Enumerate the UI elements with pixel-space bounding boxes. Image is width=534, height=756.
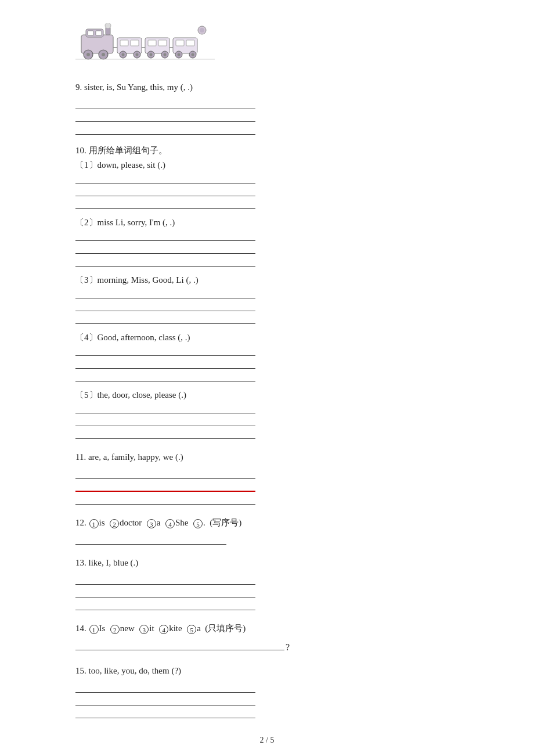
- q10-sub2-line-3: [75, 256, 255, 267]
- question-11: 11. are, a, family, happy, we (.): [75, 449, 459, 505]
- question-9: 9. sister, is, Su Yang, this, my (, .): [75, 80, 459, 135]
- q10-sub5-label: 〔5〕the, door, close, please (.): [75, 390, 459, 401]
- question-10: 10. 用所给单词组句子。 〔1〕down, please, sit (.) 〔…: [75, 145, 459, 439]
- q12-answer-line: [75, 534, 226, 545]
- q12-circle-5: 5: [193, 519, 203, 528]
- q12-circle-4: 4: [165, 519, 175, 528]
- q14-word-1: Is: [99, 624, 106, 633]
- q11-line-3: [75, 494, 255, 505]
- q10-title: 10. 用所给单词组句子。: [75, 145, 459, 156]
- train-illustration: [75, 23, 459, 69]
- q10-sub2-line-2: [75, 243, 255, 254]
- svg-point-32: [200, 28, 204, 33]
- q14-answer-row: ?: [75, 640, 459, 653]
- q10-sub4-line-3: [75, 371, 255, 381]
- q12-circle-3: 3: [147, 519, 156, 528]
- q11-line-2: [75, 481, 255, 492]
- q12-word-1: is: [99, 518, 105, 527]
- q10-sub1-label: 〔1〕down, please, sit (.): [75, 160, 459, 171]
- q10-sub-4: 〔4〕Good, afternoon, class (, .): [75, 332, 459, 381]
- svg-point-3: [105, 23, 111, 28]
- question-12: 12. 1is 2doctor 3a 4She 5. (写序号): [75, 515, 459, 545]
- q9-line-1: [75, 99, 255, 109]
- q14-prefix: 14.: [75, 624, 89, 633]
- q12-instruction: (写序号): [210, 518, 241, 527]
- q13-line-2: [75, 587, 255, 597]
- q10-sub1-line-2: [75, 186, 255, 196]
- q14-suffix: ?: [286, 642, 290, 653]
- q14-word-4: kite: [169, 624, 182, 633]
- q10-sub3-line-3: [75, 314, 255, 324]
- svg-rect-19: [158, 40, 167, 46]
- q15-answer-lines: [75, 682, 459, 718]
- q13-answer-lines: [75, 574, 459, 610]
- q14-circle-5: 5: [187, 625, 196, 634]
- q13-label: 13. like, I, blue (.): [75, 555, 459, 571]
- q10-sub2-label: 〔2〕miss Li, sorry, I'm (, .): [75, 217, 459, 228]
- q15-label: 15. too, like, you, do, them (?): [75, 663, 459, 679]
- q15-line-3: [75, 708, 255, 718]
- q10-sub4-line-1: [75, 345, 255, 356]
- q14-circle-2: 2: [110, 625, 120, 634]
- q10-sub-3: 〔3〕morning, Miss, Good, Li (, .): [75, 275, 459, 324]
- q9-label: 9. sister, is, Su Yang, this, my (, .): [75, 80, 459, 95]
- q14-word-3: it: [149, 624, 154, 633]
- q10-sub3-label: 〔3〕morning, Miss, Good, Li (, .): [75, 275, 459, 286]
- q13-line-1: [75, 574, 255, 585]
- q14-word-5: a: [197, 624, 201, 633]
- q14-label: 14. 1Is 2new 3it 4kite 5a (只填序号): [75, 621, 459, 636]
- q10-sub-5: 〔5〕the, door, close, please (.): [75, 390, 459, 439]
- q14-circle-4: 4: [159, 625, 168, 634]
- q10-sub5-line-2: [75, 416, 255, 426]
- q14-word-2: new: [120, 624, 135, 633]
- q10-sub-2: 〔2〕miss Li, sorry, I'm (, .): [75, 217, 459, 267]
- q12-circle-2: 2: [110, 519, 119, 528]
- svg-point-14: [122, 53, 125, 56]
- question-13: 13. like, I, blue (.): [75, 555, 459, 610]
- svg-rect-26: [186, 40, 194, 46]
- q10-sub1-line-1: [75, 173, 255, 183]
- q11-label: 11. are, a, family, happy, we (.): [75, 449, 459, 465]
- svg-rect-11: [120, 40, 128, 46]
- q10-sub3-line-1: [75, 288, 255, 298]
- svg-rect-12: [131, 40, 139, 46]
- q15-line-2: [75, 695, 255, 705]
- q12-word-4: She: [175, 518, 189, 527]
- q9-answer-lines: [75, 99, 459, 135]
- q9-line-2: [75, 111, 255, 122]
- svg-point-7: [86, 53, 90, 56]
- svg-point-21: [150, 53, 153, 56]
- page-number: 2 / 5: [75, 736, 459, 745]
- q10-sub5-line-1: [75, 403, 255, 413]
- svg-point-16: [136, 53, 139, 56]
- q10-sub2-line-1: [75, 231, 255, 241]
- q12-word-3: a: [157, 518, 161, 527]
- q12-prefix: 12.: [75, 518, 89, 527]
- q10-sub3-line-2: [75, 301, 255, 311]
- q14-answer-line: [75, 640, 284, 650]
- q14-circle-1: 1: [89, 625, 99, 634]
- svg-rect-18: [148, 40, 156, 46]
- q9-line-3: [75, 124, 255, 135]
- svg-point-28: [178, 53, 181, 56]
- question-15: 15. too, like, you, do, them (?): [75, 663, 459, 718]
- svg-rect-4: [88, 31, 93, 35]
- q12-circle-1: 1: [89, 519, 99, 528]
- q12-word-5: .: [203, 518, 205, 527]
- q12-word-2: doctor: [120, 518, 142, 527]
- svg-point-23: [164, 53, 167, 56]
- q11-answer-lines: [75, 469, 459, 505]
- q11-line-1: [75, 469, 255, 479]
- svg-point-9: [102, 53, 105, 56]
- q10-sub5-line-3: [75, 429, 255, 439]
- q13-line-3: [75, 600, 255, 610]
- q10-sub1-line-3: [75, 199, 255, 209]
- q10-sub-1: 〔1〕down, please, sit (.): [75, 160, 459, 209]
- q12-label: 12. 1is 2doctor 3a 4She 5. (写序号): [75, 515, 459, 531]
- q14-instruction: (只填序号): [205, 624, 246, 633]
- q10-sub4-label: 〔4〕Good, afternoon, class (, .): [75, 332, 459, 343]
- q14-circle-3: 3: [139, 625, 149, 634]
- svg-rect-5: [96, 31, 102, 35]
- question-14: 14. 1Is 2new 3it 4kite 5a (只填序号) ?: [75, 621, 459, 653]
- q15-line-1: [75, 682, 255, 693]
